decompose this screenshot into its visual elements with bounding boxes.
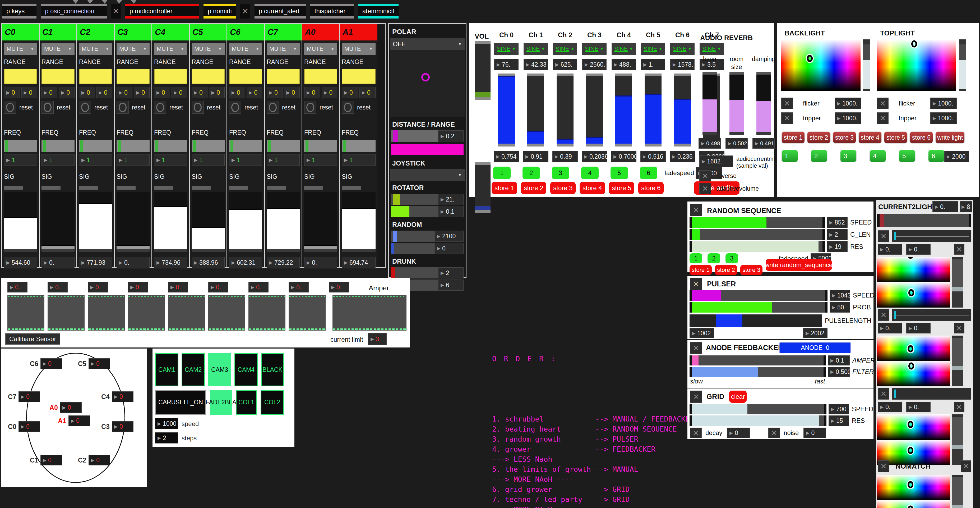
freq-field[interactable]: ▶1 bbox=[342, 154, 375, 166]
sig-field[interactable]: ▶0. bbox=[304, 257, 337, 268]
channel-freq-field[interactable]: ▶42.33 bbox=[523, 59, 548, 70]
range-min-field[interactable]: ▶0 bbox=[342, 87, 358, 99]
patcher-box-osc-connection[interactable]: p osc_connection bbox=[41, 4, 107, 19]
reverse-checkbox[interactable]: ✕ bbox=[699, 170, 711, 182]
reset-button[interactable] bbox=[41, 101, 54, 114]
reverb-field[interactable]: ▶0.4910 bbox=[752, 138, 775, 149]
reverb-slider[interactable] bbox=[703, 72, 717, 135]
amper-field[interactable]: ▶0. bbox=[329, 282, 349, 293]
cam-button[interactable]: CAM4 bbox=[234, 353, 258, 386]
sig-slider[interactable] bbox=[304, 192, 337, 252]
range-swatch[interactable] bbox=[229, 69, 262, 84]
freq-field[interactable]: ▶1 bbox=[192, 154, 225, 166]
wave-dropdown[interactable]: SINE▼ bbox=[612, 43, 636, 55]
range-max-field[interactable]: ▶0 bbox=[321, 87, 337, 99]
channel-amp-field[interactable]: ▶0.39 bbox=[552, 151, 578, 162]
reset-button[interactable] bbox=[342, 101, 354, 114]
channel-freq-field[interactable]: ▶1. bbox=[641, 59, 665, 70]
c2l-num-field-2[interactable]: ▶0. bbox=[906, 244, 931, 255]
reverb-slider[interactable] bbox=[729, 72, 744, 135]
c2l-color-picker[interactable] bbox=[877, 257, 950, 282]
c2l-num-field-1[interactable]: ▶0. bbox=[878, 244, 902, 255]
rs-store-button[interactable]: store 1 bbox=[690, 265, 712, 275]
sig-field[interactable]: ▶602.31 bbox=[229, 257, 262, 268]
range-min-field[interactable]: ▶0 bbox=[154, 87, 170, 99]
random-slider-2[interactable] bbox=[391, 243, 434, 254]
c2l-brightness-slider[interactable] bbox=[952, 257, 963, 307]
rotator-field-1[interactable]: ▶21. bbox=[438, 194, 464, 205]
rs-store-button[interactable]: store 3 bbox=[740, 265, 762, 275]
range-max-field[interactable]: ▶0 bbox=[172, 87, 188, 99]
light-preset-button[interactable]: 4 bbox=[869, 150, 886, 162]
flicker-checkbox[interactable]: ✕ bbox=[781, 97, 793, 109]
sig-slider[interactable] bbox=[116, 192, 150, 252]
amper-field[interactable]: ▶0. bbox=[128, 282, 148, 293]
freq-field[interactable]: ▶1 bbox=[79, 154, 112, 166]
sig-field[interactable]: ▶0. bbox=[41, 257, 75, 268]
drunk-field-2[interactable]: ▶6 bbox=[438, 280, 464, 291]
freq-rangeslider[interactable] bbox=[79, 140, 112, 152]
freq-rangeslider[interactable] bbox=[116, 140, 150, 152]
channel-freq-field[interactable]: ▶1578. bbox=[670, 59, 695, 70]
ring-node-field[interactable]: ▶0 bbox=[19, 421, 40, 432]
anode-slider[interactable] bbox=[690, 355, 826, 365]
light-store-button[interactable]: write light bbox=[935, 131, 965, 143]
decay-field[interactable]: ▶0 bbox=[727, 428, 750, 438]
wave-dropdown[interactable]: SINE▼ bbox=[523, 43, 548, 55]
flicker-field[interactable]: ▶1000. bbox=[930, 97, 957, 109]
freq-field[interactable]: ▶1 bbox=[4, 154, 37, 166]
range-min-field[interactable]: ▶0 bbox=[4, 87, 20, 99]
amper-field[interactable]: ▶0. bbox=[88, 282, 108, 293]
reset-button[interactable] bbox=[229, 101, 241, 114]
channel-level-slider[interactable] bbox=[674, 73, 691, 147]
pulser-field[interactable]: ▶1043 bbox=[830, 290, 850, 301]
mute-dropdown[interactable]: MUTE▼ bbox=[229, 43, 262, 55]
channel-amp-field[interactable]: ▶0.91 bbox=[523, 151, 549, 162]
range-swatch[interactable] bbox=[41, 69, 75, 84]
c2l-num-field-1[interactable]: ▶0. bbox=[878, 402, 902, 412]
grid-field[interactable]: ▶700 bbox=[829, 404, 849, 414]
sig-field[interactable]: ▶734.96 bbox=[154, 257, 187, 268]
range-max-field[interactable]: ▶0 bbox=[59, 87, 75, 99]
amper-field[interactable]: ▶0. bbox=[208, 282, 228, 293]
freq-rangeslider[interactable] bbox=[41, 140, 75, 152]
freq-rangeslider[interactable] bbox=[192, 140, 225, 152]
pulser-checkbox[interactable]: ✕ bbox=[690, 278, 702, 290]
calibrate-sensor-button[interactable]: Callibare Sensor bbox=[5, 333, 60, 345]
c2l-color-picker[interactable] bbox=[877, 361, 950, 386]
adaptivevolume-checkbox[interactable]: ✕ bbox=[699, 183, 711, 194]
rs-slider[interactable] bbox=[690, 217, 825, 228]
c2l-num-field-2[interactable]: ▶0. bbox=[906, 323, 931, 333]
wave-dropdown[interactable]: SINE▼ bbox=[494, 43, 519, 55]
light-store-button[interactable]: store 1 bbox=[781, 131, 805, 143]
tripper-field[interactable]: ▶1000. bbox=[835, 112, 861, 124]
reverb-field[interactable]: ▶0.4981 bbox=[698, 138, 721, 149]
rs-preset-button[interactable]: 1 bbox=[690, 253, 702, 263]
distance-slider[interactable] bbox=[391, 131, 438, 142]
freq-rangeslider[interactable] bbox=[304, 140, 337, 152]
channel-freq-field[interactable]: ▶625. bbox=[553, 59, 577, 70]
sig-field[interactable]: ▶694.74 bbox=[342, 257, 375, 268]
mute-dropdown[interactable]: MUTE▼ bbox=[116, 43, 150, 55]
tripper-checkbox[interactable]: ✕ bbox=[877, 112, 889, 124]
range-min-field[interactable]: ▶0 bbox=[229, 87, 245, 99]
c2l-unit-checkbox[interactable]: ✕ bbox=[878, 230, 889, 242]
random-field-1[interactable]: ▶2100 bbox=[434, 231, 464, 242]
patcher-box-current-alert[interactable]: p current_alert bbox=[255, 4, 306, 19]
rs-store-button[interactable]: store 2 bbox=[715, 265, 737, 275]
c2l-field-2[interactable]: ▶8 bbox=[960, 201, 972, 212]
range-swatch[interactable] bbox=[116, 69, 150, 84]
c2l-num-field-2[interactable]: ▶0. bbox=[906, 402, 931, 412]
freq-field[interactable]: ▶1 bbox=[267, 154, 300, 166]
grid-field[interactable]: ▶15 bbox=[829, 416, 849, 426]
range-swatch[interactable] bbox=[267, 69, 300, 84]
c2l-unit-mute-checkbox[interactable]: ✕ bbox=[954, 244, 964, 255]
c2l-field-1[interactable]: ▶0. bbox=[932, 201, 958, 212]
c2l-brightness-slider[interactable] bbox=[952, 336, 963, 386]
mute-dropdown[interactable]: MUTE▼ bbox=[4, 43, 37, 55]
preset-button[interactable]: 2 bbox=[522, 167, 540, 179]
channel-amp-field[interactable]: ▶0.236 bbox=[670, 151, 695, 162]
channel-amp-field[interactable]: ▶0.7006 bbox=[611, 151, 636, 162]
sig-slider[interactable] bbox=[342, 192, 375, 252]
reset-button[interactable] bbox=[267, 101, 279, 114]
